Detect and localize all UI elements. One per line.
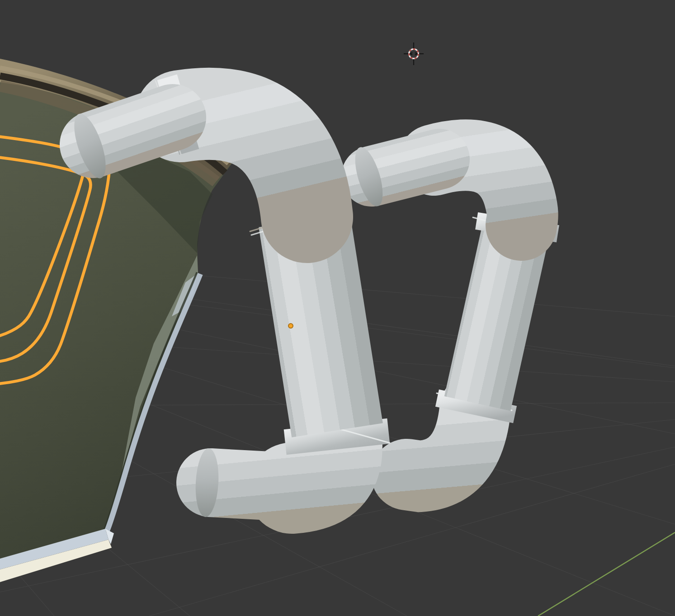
blender-3d-viewport[interactable] xyxy=(0,0,675,616)
pipe-right-stub xyxy=(372,159,439,176)
pipe-left-bottom-stub xyxy=(211,483,294,487)
scene-canvas[interactable] xyxy=(0,0,675,616)
pipe-left-stub xyxy=(93,118,173,145)
object-origin-dot[interactable] xyxy=(288,324,293,328)
